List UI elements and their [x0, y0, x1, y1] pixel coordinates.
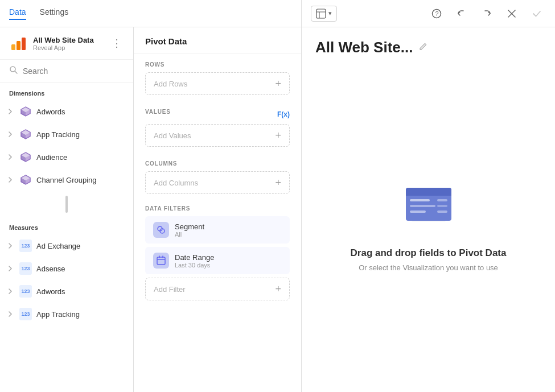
num-ad-exchange-icon: 123	[19, 240, 32, 252]
datasource-info: All Web Site Data Reveal App	[33, 36, 109, 51]
cube-channel-grouping-icon	[19, 174, 32, 186]
help-button[interactable]: ?	[427, 5, 446, 23]
fx-badge[interactable]: F(x)	[277, 110, 290, 118]
undo-button[interactable]	[453, 5, 471, 23]
right-content: All Web Site...	[302, 27, 555, 392]
pivot-values-label: VALUES	[145, 109, 171, 115]
svg-rect-23	[157, 257, 165, 265]
datasource-name: All Web Site Data	[33, 36, 109, 44]
sidebar-item-measure-adsense[interactable]: 123 Adsense	[0, 257, 133, 280]
sidebar-label-adwords: Adwords	[36, 108, 65, 116]
filter-date-range-info: Date Range Last 30 days	[175, 253, 282, 269]
sidebar-item-adwords[interactable]: Adwords	[0, 100, 133, 123]
filter-segment-sub: All	[175, 231, 282, 238]
values-header: VALUES F(x)	[145, 109, 290, 119]
add-values-text: Add Values	[154, 131, 191, 140]
add-values-button[interactable]: Add Values +	[145, 124, 290, 147]
chevron-adwords-icon	[6, 107, 15, 116]
add-columns-button[interactable]: Add Columns +	[145, 171, 290, 194]
num-adsense-icon: 123	[19, 262, 32, 275]
datasource-menu-button[interactable]: ⋮	[109, 35, 124, 52]
sidebar: All Web Site Data Reveal App ⋮ Dimension…	[0, 27, 134, 392]
svg-rect-43	[437, 211, 447, 213]
add-rows-button[interactable]: Add Rows +	[145, 72, 290, 95]
redo-button[interactable]	[478, 5, 496, 23]
svg-text:?: ?	[435, 10, 439, 17]
sidebar-label-app-tracking: App Tracking	[36, 130, 80, 139]
datasource-sub: Reveal App	[33, 44, 109, 51]
svg-rect-2	[22, 38, 26, 50]
sidebar-label-measure-adwords: Adwords	[36, 287, 65, 296]
sidebar-item-measure-app-tracking[interactable]: 123 App Tracking	[0, 303, 133, 325]
top-tabs: Data Settings	[0, 0, 301, 27]
sidebar-item-audience[interactable]: Audience	[0, 146, 133, 168]
left-panel: Data Settings All Web Site Data Reveal A…	[0, 0, 302, 392]
right-panel: ▾ ?	[302, 0, 555, 392]
add-filter-button[interactable]: Add Filter +	[145, 278, 290, 300]
add-rows-text: Add Rows	[154, 80, 187, 88]
left-content: All Web Site Data Reveal App ⋮ Dimension…	[0, 27, 301, 392]
close-button[interactable]	[503, 5, 521, 23]
pivot-columns-section: COLUMNS Add Columns +	[134, 152, 301, 200]
add-values-plus-icon: +	[275, 130, 281, 141]
chevron-adsense-icon	[6, 264, 15, 273]
pivot-columns-label: COLUMNS	[145, 160, 290, 167]
empty-state: Drag and drop fields to Pivot Data Or se…	[315, 70, 541, 381]
search-input[interactable]	[23, 67, 124, 76]
svg-rect-41	[437, 199, 447, 201]
add-filter-plus-icon: +	[275, 284, 281, 294]
pivot-illustration	[394, 179, 463, 236]
svg-line-4	[15, 71, 17, 73]
tab-data[interactable]: Data	[9, 7, 26, 20]
filter-date-range-name: Date Range	[175, 253, 282, 262]
svg-rect-37	[406, 193, 451, 196]
sidebar-item-measure-adwords[interactable]: 123 Adwords	[0, 280, 133, 303]
empty-state-sub: Or select the Visualization you want to …	[359, 263, 498, 272]
scroll-indicator	[0, 191, 133, 217]
pivot-rows-label: ROWS	[145, 61, 290, 68]
svg-rect-0	[11, 44, 15, 50]
chevron-app-tracking-icon	[6, 130, 15, 139]
svg-rect-39	[410, 205, 435, 207]
tab-settings[interactable]: Settings	[40, 7, 69, 20]
svg-rect-38	[410, 199, 430, 201]
check-button[interactable]	[528, 5, 546, 23]
sidebar-label-measure-adsense: Adsense	[36, 265, 65, 273]
filter-item-segment[interactable]: Segment All	[145, 216, 290, 244]
svg-rect-27	[316, 9, 326, 18]
sidebar-label-measure-app-tracking: App Tracking	[36, 310, 80, 319]
analytics-icon	[9, 34, 27, 52]
pivot-panel: Pivot Data ROWS Add Rows + VALUES F(x) A…	[134, 27, 301, 392]
chevron-audience-icon	[6, 152, 15, 162]
search-box	[0, 60, 133, 83]
sidebar-item-app-tracking[interactable]: App Tracking	[0, 123, 133, 146]
chevron-channel-grouping-icon	[6, 175, 15, 184]
filter-segment-info: Segment All	[175, 222, 282, 238]
right-title: All Web Site...	[315, 39, 413, 56]
right-title-row: All Web Site...	[315, 39, 427, 56]
sidebar-label-measure-ad-exchange: Ad Exchange	[36, 242, 80, 250]
pivot-filters-section: DATA FILTERS Segment All	[134, 200, 301, 306]
cube-app-tracking-icon	[19, 128, 32, 141]
pivot-filters-label: DATA FILTERS	[145, 205, 290, 212]
cube-audience-icon	[19, 151, 32, 163]
svg-rect-40	[410, 211, 426, 213]
empty-state-title: Drag and drop fields to Pivot Data	[351, 247, 507, 259]
data-source-header: All Web Site Data Reveal App ⋮	[0, 27, 133, 60]
edit-title-icon[interactable]	[418, 42, 427, 53]
filter-date-icon	[153, 253, 169, 269]
chevron-measure-app-tracking-icon	[6, 310, 15, 319]
add-filter-text: Add Filter	[154, 285, 186, 294]
filter-item-date-range[interactable]: Date Range Last 30 days	[145, 247, 290, 274]
svg-rect-42	[437, 205, 447, 207]
sidebar-item-channel-grouping[interactable]: Channel Grouping	[0, 168, 133, 191]
table-view-button[interactable]: ▾	[311, 6, 337, 22]
sidebar-item-measure-ad-exchange[interactable]: 123 Ad Exchange	[0, 234, 133, 257]
chevron-down-icon: ▾	[328, 10, 332, 17]
cube-adwords-icon	[19, 105, 32, 118]
filter-date-range-sub: Last 30 days	[175, 262, 282, 269]
num-adwords-icon: 123	[19, 285, 32, 298]
add-columns-text: Add Columns	[154, 179, 198, 187]
pivot-values-section: VALUES F(x) Add Values +	[134, 101, 301, 152]
filter-segment-icon	[153, 222, 169, 238]
